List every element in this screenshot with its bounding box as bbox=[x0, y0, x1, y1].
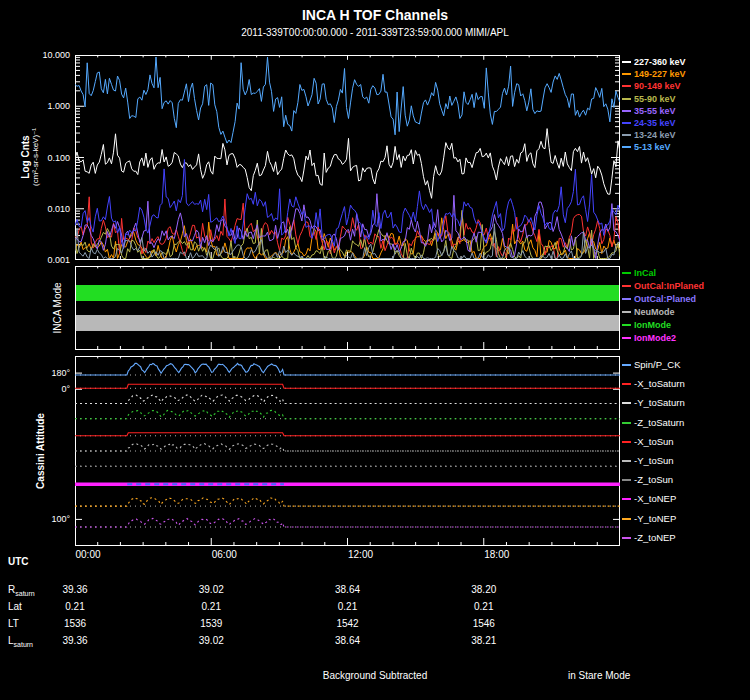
panel3-y-tick: 180° bbox=[0, 368, 70, 378]
ephemeris-value: 39.02 bbox=[179, 584, 243, 595]
legend-label: -Y_toSaturn bbox=[634, 397, 685, 408]
row-label-subscript: saturn bbox=[14, 641, 33, 648]
ephemeris-value: 39.36 bbox=[43, 635, 107, 646]
legend-label: IonMode bbox=[634, 320, 671, 330]
legend-item: IonMode2 bbox=[622, 333, 676, 343]
legend-label: -X_toSun bbox=[634, 436, 674, 447]
legend-label: InCal bbox=[634, 268, 656, 278]
cassini-attitude-plot bbox=[75, 356, 620, 546]
legend-label: 5-13 keV bbox=[634, 142, 671, 152]
panel1-y-tick: 0.100 bbox=[0, 153, 70, 163]
legend-line-swatch bbox=[622, 479, 631, 481]
legend-item: -Z_toNEP bbox=[622, 533, 676, 543]
row-label-text: Lat bbox=[8, 601, 22, 612]
ephemeris-row-label: Lat bbox=[8, 601, 22, 612]
x-tick-label: 18:00 bbox=[477, 549, 517, 560]
x-tick-label: 06:00 bbox=[204, 549, 244, 560]
legend-item: 149-227 keV bbox=[622, 69, 686, 79]
legend-line-swatch bbox=[622, 98, 631, 100]
legend-item: OutCal:Planed bbox=[622, 294, 696, 304]
legend-label: OutCal:InPlaned bbox=[634, 281, 704, 291]
ephemeris-value: 38.21 bbox=[452, 635, 516, 646]
legend-item: -Z_toSun bbox=[622, 475, 673, 485]
ephemeris-value: 0.21 bbox=[316, 601, 380, 612]
ephemeris-value: 1536 bbox=[43, 618, 107, 629]
legend-line-swatch bbox=[622, 85, 631, 87]
legend-label: -X_toSaturn bbox=[634, 378, 685, 389]
legend-line-swatch bbox=[622, 298, 631, 300]
row-label-text: LT bbox=[8, 618, 19, 629]
ephemeris-value: 1546 bbox=[452, 618, 516, 629]
footer-stare-mode: in Stare Mode bbox=[568, 670, 630, 681]
time-range-subtitle: 2011-339T00:00:00.000 - 2011-339T23:59:0… bbox=[0, 27, 750, 38]
legend-item: InCal bbox=[622, 268, 656, 278]
legend-item: 13-24 keV bbox=[622, 130, 676, 140]
legend-item: -X_toNEP bbox=[622, 494, 676, 504]
legend-item: 24-35 keV bbox=[622, 118, 676, 128]
ephemeris-value: 1539 bbox=[179, 618, 243, 629]
legend-label: 55-90 keV bbox=[634, 94, 676, 104]
legend-item: Spin/P_CK bbox=[622, 360, 680, 370]
ephemeris-value: 38.20 bbox=[452, 584, 516, 595]
ephemeris-value: 38.64 bbox=[316, 635, 380, 646]
legend-line-swatch bbox=[622, 146, 631, 148]
ephemeris-value: 39.02 bbox=[179, 635, 243, 646]
legend-item: 227-360 keV bbox=[622, 57, 686, 67]
legend-item: -Y_toSaturn bbox=[622, 398, 685, 408]
legend-item: OutCal:InPlaned bbox=[622, 281, 704, 291]
legend-item: -Y_toNEP bbox=[622, 514, 676, 524]
ephemeris-value: 39.36 bbox=[43, 584, 107, 595]
row-label-subscript: saturn bbox=[15, 590, 34, 597]
ephemeris-value: 1542 bbox=[316, 618, 380, 629]
tof-channels-line-plot bbox=[75, 55, 620, 260]
panel2-y-axis-label: INCA Mode bbox=[52, 282, 63, 333]
legend-item: IonMode bbox=[622, 320, 671, 330]
legend-label: 227-360 keV bbox=[634, 57, 686, 67]
ephemeris-row-label: LT bbox=[8, 618, 19, 629]
legend-label: 90-149 keV bbox=[634, 81, 681, 91]
ephemeris-value: 0.21 bbox=[452, 601, 516, 612]
legend-label: OutCal:Planed bbox=[634, 294, 696, 304]
legend-label: -Y_toSun bbox=[634, 455, 674, 466]
x-tick-label: 00:00 bbox=[68, 549, 108, 560]
panel1-y-tick: 0.010 bbox=[0, 204, 70, 214]
x-tick-label: 12:00 bbox=[341, 549, 381, 560]
legend-label: -Z_toNEP bbox=[634, 532, 676, 543]
plot-page: INCA H TOF Channels 2011-339T00:00:00.00… bbox=[0, 0, 750, 700]
legend-line-swatch bbox=[622, 272, 631, 274]
panel3-y-axis-label: Cassini Attitude bbox=[35, 413, 46, 489]
legend-line-swatch bbox=[622, 324, 631, 326]
ephemeris-value: 0.21 bbox=[43, 601, 107, 612]
legend-line-swatch bbox=[622, 364, 631, 366]
legend-item: -Z_toSaturn bbox=[622, 418, 684, 428]
ephemeris-value: 0.21 bbox=[179, 601, 243, 612]
legend-line-swatch bbox=[622, 422, 631, 424]
legend-line-swatch bbox=[622, 402, 631, 404]
legend-label: NeuMode bbox=[634, 307, 675, 317]
legend-line-swatch bbox=[622, 460, 631, 462]
legend-label: -X_toNEP bbox=[634, 493, 676, 504]
legend-item: -X_toSaturn bbox=[622, 379, 685, 389]
legend-line-swatch bbox=[622, 285, 631, 287]
legend-label: IonMode2 bbox=[634, 333, 676, 343]
legend-label: 149-227 keV bbox=[634, 69, 686, 79]
legend-label: 35-55 keV bbox=[634, 106, 676, 116]
footer-background-subtracted: Background Subtracted bbox=[0, 670, 750, 681]
inca-mode-timeline-plot bbox=[75, 266, 620, 350]
legend-line-swatch bbox=[622, 311, 631, 313]
legend-line-swatch bbox=[622, 498, 631, 500]
ephemeris-value: 38.64 bbox=[316, 584, 380, 595]
legend-item: NeuMode bbox=[622, 307, 675, 317]
legend-line-swatch bbox=[622, 122, 631, 124]
utc-axis-label: UTC bbox=[8, 556, 29, 567]
legend-line-swatch bbox=[622, 518, 631, 520]
panel1-y-tick: 1.000 bbox=[0, 101, 70, 111]
legend-line-swatch bbox=[622, 337, 631, 339]
legend-item: 35-55 keV bbox=[622, 106, 676, 116]
legend-item: 5-13 keV bbox=[622, 142, 671, 152]
ephemeris-row-label: Lsaturn bbox=[8, 635, 33, 648]
legend-line-swatch bbox=[622, 441, 631, 443]
panel3-y-tick: 0° bbox=[0, 384, 70, 394]
panel1-y-tick: 0.001 bbox=[0, 255, 70, 265]
legend-label: -Z_toSun bbox=[634, 474, 673, 485]
